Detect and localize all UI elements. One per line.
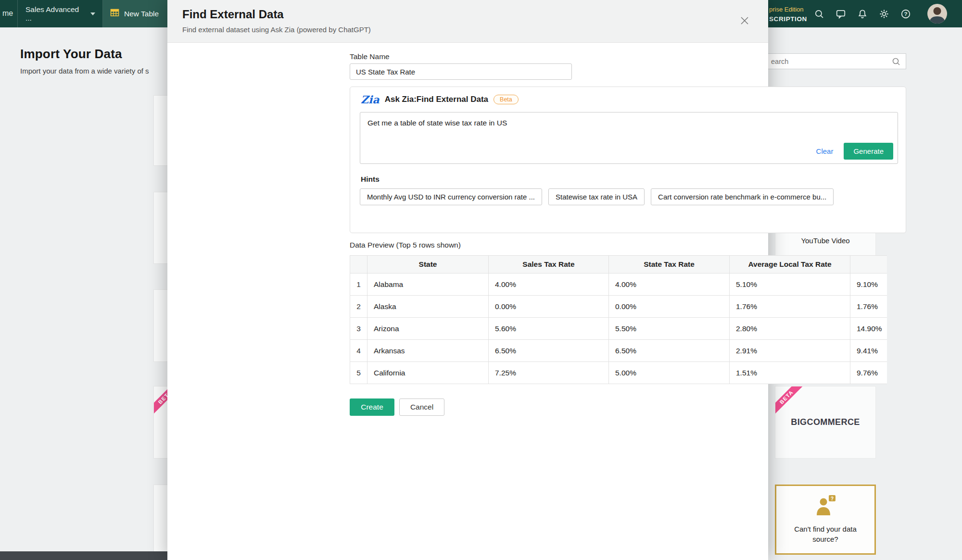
ask-zia-panel: Zia Ask Zia:Find External Data Beta Get … (350, 87, 906, 233)
search-icon[interactable] (814, 9, 824, 19)
bigcommerce-logo: BIGCOMMERCE (791, 417, 860, 427)
cell-state-tax: 6.50% (609, 340, 730, 362)
cell-state-tax: 5.00% (609, 362, 730, 384)
tab-sales-advanced[interactable]: Sales Advanced ... (18, 0, 103, 27)
search-icon (891, 57, 901, 66)
hint-chips: Monthly Avg USD to INR currency conversi… (360, 188, 834, 205)
tab-new-table-label: New Table (124, 10, 159, 18)
table-row: 5 California 7.25% 5.00% 1.51% 9.76% (350, 362, 887, 384)
create-button[interactable]: Create (350, 398, 394, 416)
close-icon (740, 16, 749, 25)
row-number-header (350, 256, 367, 274)
cell-combined-tax: 14.90% (850, 318, 887, 340)
dialog-title: Find External Data (182, 8, 284, 21)
row-number: 4 (350, 340, 367, 362)
cell-combined-tax: 1.76% (850, 296, 887, 318)
edition-info: prise Edition SCRIPTION (769, 5, 807, 25)
chat-icon[interactable] (835, 9, 846, 19)
table-icon (110, 8, 119, 19)
tile-label: YouTube Video (794, 236, 856, 246)
cell-sales-tax: 5.60% (489, 318, 609, 340)
user-avatar[interactable] (927, 4, 947, 24)
table-row: 4 Arkansas 6.50% 6.50% 2.91% 9.41% (350, 340, 887, 362)
person-question-icon: ? (814, 495, 837, 517)
data-preview-table-container[interactable]: State Sales Tax Rate State Tax Rate Aver… (350, 255, 887, 384)
bell-icon[interactable] (857, 9, 868, 19)
cell-sales-tax: 4.00% (489, 274, 609, 296)
cell-state-tax: 0.00% (609, 296, 730, 318)
cell-combined-tax: 9.76% (850, 362, 887, 384)
hint-chip[interactable]: Monthly Avg USD to INR currency conversi… (360, 188, 542, 205)
zia-prompt-textarea[interactable]: Get me a table of state wise tax rate in… (360, 112, 898, 164)
cell-state: Arkansas (367, 340, 489, 362)
tile-cant-find-data-source[interactable]: ? Can't find your data source? (775, 485, 876, 555)
prompt-actions: Clear Generate (816, 143, 893, 160)
hint-chip[interactable]: Cart conversion rate benchmark in e-comm… (651, 188, 834, 205)
zia-logo-icon: Zia (361, 94, 380, 105)
page-subtitle: Import your data from a wide variety of … (20, 67, 168, 75)
beta-badge: Beta (494, 95, 519, 104)
cell-state: Alabama (367, 274, 489, 296)
help-icon[interactable]: ? (900, 9, 911, 19)
cancel-button[interactable]: Cancel (399, 398, 444, 416)
hint-chip[interactable]: Statewise tax rate in USA (548, 188, 645, 205)
cell-avg-local-tax: 1.76% (730, 296, 850, 318)
cell-avg-local-tax: 5.10% (730, 274, 850, 296)
data-preview-table: State Sales Tax Rate State Tax Rate Aver… (350, 255, 887, 384)
screen: me Sales Advanced ... New Table prise Ed… (0, 0, 962, 560)
table-name-input[interactable] (350, 63, 572, 80)
edition-line2[interactable]: SCRIPTION (769, 14, 807, 25)
chevron-down-icon (90, 12, 95, 15)
column-header: Average Local Tax Rate (730, 256, 850, 274)
find-external-data-dialog: Find External Data Find external dataset… (167, 0, 768, 560)
tab-sales-advanced-label: Sales Advanced ... (25, 5, 85, 23)
tile-label: Can't find your data source? (776, 524, 874, 544)
data-preview-label: Data Preview (Top 5 rows shown) (350, 241, 461, 249)
ask-zia-title: Ask Zia:Find External Data (385, 95, 488, 104)
generate-button[interactable]: Generate (844, 143, 893, 160)
page-title: Import Your Data (20, 47, 122, 62)
cell-sales-tax: 6.50% (489, 340, 609, 362)
cell-avg-local-tax: 1.51% (730, 362, 850, 384)
column-header: Sales Tax Rate (489, 256, 609, 274)
column-header: State Tax Rate (609, 256, 730, 274)
gear-icon[interactable] (879, 9, 889, 19)
cell-avg-local-tax: 2.80% (730, 318, 850, 340)
dialog-subtitle: Find external dataset using Ask Zia (pow… (182, 25, 371, 34)
cell-state: Arizona (367, 318, 489, 340)
cell-sales-tax: 7.25% (489, 362, 609, 384)
bottom-bar-fragment (0, 551, 167, 560)
tab-home-fragment[interactable]: me (2, 9, 13, 18)
table-header-row: State Sales Tax Rate State Tax Rate Aver… (350, 256, 887, 274)
column-header: Com (850, 256, 887, 274)
row-number: 3 (350, 318, 367, 340)
cell-state: Alaska (367, 296, 489, 318)
row-number: 5 (350, 362, 367, 384)
tab-new-table[interactable]: New Table (103, 0, 172, 27)
svg-text:?: ? (831, 496, 834, 501)
cell-sales-tax: 0.00% (489, 296, 609, 318)
hints-label: Hints (361, 175, 380, 184)
table-row: 1 Alabama 4.00% 4.00% 5.10% 9.10% (350, 274, 887, 296)
clear-link[interactable]: Clear (816, 147, 834, 155)
cell-state-tax: 5.50% (609, 318, 730, 340)
cell-state: California (367, 362, 489, 384)
cell-combined-tax: 9.10% (850, 274, 887, 296)
edition-line1: prise Edition (769, 5, 807, 14)
row-number: 2 (350, 296, 367, 318)
zia-prompt-text: Get me a table of state wise tax rate in… (360, 112, 898, 134)
svg-text:?: ? (904, 11, 907, 17)
cell-combined-tax: 9.41% (850, 340, 887, 362)
dialog-header: Find External Data Find external dataset… (167, 0, 768, 43)
cell-avg-local-tax: 2.91% (730, 340, 850, 362)
table-row: 2 Alaska 0.00% 0.00% 1.76% 1.76% (350, 296, 887, 318)
table-row: 3 Arizona 5.60% 5.50% 2.80% 14.90% (350, 318, 887, 340)
column-header: State (367, 256, 489, 274)
row-number: 1 (350, 274, 367, 296)
ask-zia-header: Zia Ask Zia:Find External Data Beta (361, 94, 519, 105)
close-button[interactable] (737, 13, 752, 28)
table-name-label: Table Name (350, 52, 390, 61)
cell-state-tax: 4.00% (609, 274, 730, 296)
beta-ribbon: BETA (775, 386, 807, 418)
tile-bigcommerce[interactable]: BETA BIGCOMMERCE (775, 386, 876, 459)
